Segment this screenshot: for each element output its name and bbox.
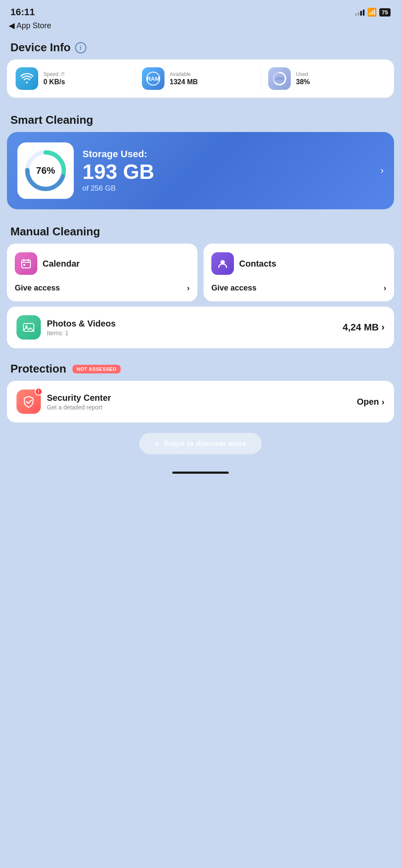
info-icon[interactable]: i: [75, 42, 86, 53]
calendar-chevron-icon: ›: [187, 284, 190, 293]
photos-text-block: Photos & Videos Items: 1: [47, 319, 337, 337]
protection-header: Protection NOT ASSESSED: [0, 359, 401, 381]
wifi-metric-icon: [16, 67, 38, 90]
calendar-svg: [20, 257, 32, 270]
storage-card[interactable]: 76% Storage Used: 193 GB of 256 GB ›: [7, 132, 394, 209]
cpu-label-row: Used: [296, 71, 310, 77]
ram-label: Available: [170, 71, 191, 77]
ram-metric: RAM Available 1324 MB: [135, 67, 259, 90]
storage-gb-value: 193 GB: [82, 162, 372, 182]
contacts-card-header: Contacts: [211, 252, 386, 275]
calendar-title: Calendar: [43, 259, 80, 269]
wifi-metric-text: Speed ⏱ 0 KB/s: [43, 71, 65, 86]
security-text-block: Security Center Get a detailed report: [47, 393, 351, 411]
home-indicator: [0, 467, 401, 482]
photos-chevron-icon: ›: [381, 322, 385, 333]
security-icon-wrap: !: [16, 389, 41, 414]
ram-metric-icon: RAM: [142, 67, 164, 90]
ram-metric-text: Available 1324 MB: [170, 71, 198, 86]
storage-donut: 76%: [17, 142, 74, 199]
cpu-label: Used: [296, 71, 308, 77]
device-info-card: Speed ⏱ 0 KB/s RAM Available 1324 MB CPU: [7, 59, 394, 98]
calendar-give-access: Give access: [15, 284, 60, 293]
wifi-label: Speed: [43, 71, 59, 77]
back-nav-label: App Store: [16, 21, 51, 30]
svg-rect-5: [22, 260, 30, 268]
photos-size-value: 4,24 MB: [343, 322, 379, 333]
smart-cleaning-title: Smart Cleaning: [0, 106, 401, 132]
wifi-value: 0 KB/s: [43, 78, 65, 86]
contacts-title: Contacts: [239, 259, 276, 269]
wifi-metric: Speed ⏱ 0 KB/s: [16, 67, 133, 90]
security-subtitle: Get a detailed report: [47, 404, 351, 411]
photos-icon: [16, 315, 41, 340]
calendar-card-header: Calendar: [15, 252, 190, 275]
contacts-icon: [211, 252, 234, 275]
manual-cleaning-grid: Calendar Give access › Contacts Give acc…: [7, 244, 394, 301]
back-arrow-icon: ◀: [9, 21, 15, 30]
wifi-label-row: Speed ⏱: [43, 71, 65, 77]
photos-svg: [22, 321, 35, 334]
security-alert-badge: !: [35, 388, 43, 396]
wifi-status-icon: 📶: [367, 7, 377, 17]
security-chevron-icon: ›: [381, 397, 385, 407]
back-nav[interactable]: ◀ App Store: [0, 21, 401, 34]
smart-cleaning-label: Smart Cleaning: [10, 113, 93, 127]
security-open-action: Open ›: [357, 397, 385, 407]
calendar-card[interactable]: Calendar Give access ›: [7, 244, 197, 301]
cpu-value: 38%: [296, 78, 310, 86]
protection-title: Protection: [10, 362, 66, 376]
swipe-button-wrap: « Swipe to discover more: [0, 433, 401, 454]
status-time: 16:11: [10, 7, 35, 18]
ram-label-row: Available: [170, 71, 198, 77]
cpu-metric-icon: CPU: [268, 67, 291, 90]
device-info-title: Device Info i: [0, 34, 401, 59]
security-center-card[interactable]: ! Security Center Get a detailed report …: [7, 381, 394, 422]
storage-used-label: Storage Used:: [82, 149, 372, 160]
swipe-discover-button[interactable]: « Swipe to discover more: [139, 433, 262, 454]
contacts-card[interactable]: Contacts Give access ›: [204, 244, 394, 301]
security-open-label: Open: [357, 397, 379, 407]
calendar-action: Give access ›: [15, 284, 190, 293]
contacts-give-access: Give access: [211, 284, 256, 293]
ram-icon-label: RAM: [146, 72, 160, 86]
manual-cleaning-title: Manual Cleaning: [0, 218, 401, 244]
photos-subtitle: Items: 1: [47, 330, 337, 337]
storage-of-label: of 256 GB: [82, 184, 372, 193]
signal-bars-icon: [355, 9, 365, 16]
home-bar: [172, 472, 229, 474]
manual-cleaning-label: Manual Cleaning: [10, 225, 100, 238]
photos-size: 4,24 MB ›: [343, 322, 385, 333]
contacts-svg: [217, 257, 229, 270]
cpu-metric: CPU Used 38%: [261, 67, 385, 90]
battery-indicator: 75: [379, 8, 391, 17]
storage-percent-label: 76%: [36, 165, 55, 176]
contacts-action: Give access ›: [211, 284, 386, 293]
storage-text-block: Storage Used: 193 GB of 256 GB: [82, 149, 372, 193]
ram-value: 1324 MB: [170, 78, 198, 86]
not-assessed-badge: NOT ASSESSED: [72, 365, 121, 373]
swipe-arrows-icon: «: [155, 439, 159, 448]
swipe-label: Swipe to discover more: [164, 439, 247, 448]
contacts-chevron-icon: ›: [384, 284, 386, 293]
photos-videos-card[interactable]: Photos & Videos Items: 1 4,24 MB ›: [7, 307, 394, 348]
svg-rect-9: [23, 264, 25, 266]
cpu-metric-text: Used 38%: [296, 71, 310, 86]
clock-icon: ⏱: [60, 72, 65, 77]
cpu-label-small: CPU: [275, 76, 283, 81]
status-icons: 📶 75: [355, 7, 391, 17]
status-bar: 16:11 📶 75: [0, 0, 401, 21]
photos-title: Photos & Videos: [47, 319, 337, 329]
cpu-icon-wrap: CPU: [272, 71, 287, 86]
security-title: Security Center: [47, 393, 351, 403]
wifi-icon: [20, 72, 33, 85]
calendar-icon: [15, 252, 37, 275]
device-info-label: Device Info: [10, 41, 71, 54]
security-shield-svg: [22, 395, 35, 408]
storage-chevron-icon: ›: [381, 165, 384, 176]
